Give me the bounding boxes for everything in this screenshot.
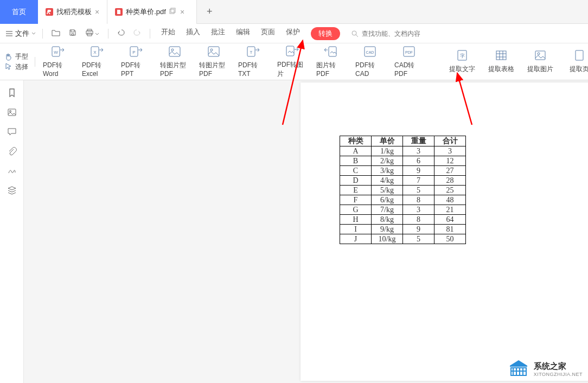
table-cell: 3 [403, 205, 434, 215]
data-table: 种类 单价 重量 合计 A1/kg33B2/kg612C3/kg927D4/kg… [340, 136, 466, 244]
to-image-pdf-button-1[interactable]: 转图片型PDF [160, 45, 189, 79]
signature-icon[interactable] [7, 166, 17, 176]
label: 转图片型PDF [199, 61, 228, 78]
tab-doc-pdf[interactable]: 种类单价.pdf × [107, 0, 197, 24]
table-cell: 9 [403, 225, 434, 234]
search-box[interactable] [351, 30, 427, 37]
left-sidebar [0, 80, 24, 383]
pdf-to-word-button[interactable]: WPDF转Word [43, 45, 72, 79]
watermark-title: 系统之家 [534, 361, 583, 372]
table-cell: 3/kg [372, 166, 403, 176]
divider [108, 29, 108, 39]
tab-doc-templates[interactable]: 找稻壳模板 × [38, 0, 107, 24]
table-cell: E [340, 186, 372, 195]
svg-rect-26 [576, 50, 583, 60]
tab-home[interactable]: 首页 [0, 0, 38, 24]
table-cell: 7/kg [372, 205, 403, 215]
cad-to-pdf-button[interactable]: PDFCAD转PDF [394, 45, 424, 79]
table-cell: 48 [434, 195, 466, 205]
tab-insert[interactable]: 插入 [186, 27, 200, 40]
save-icon[interactable] [67, 28, 79, 39]
pdf-ppt-icon: P [129, 46, 143, 58]
tool-mode-group: 手型 选择 [0, 50, 33, 74]
redo-icon[interactable] [131, 28, 143, 39]
layers-icon[interactable] [7, 186, 17, 195]
search-icon [351, 30, 359, 37]
extract-image-button[interactable]: 提取图片 [526, 45, 555, 79]
table-cell: 8/kg [372, 215, 403, 225]
pdf-to-cad-button[interactable]: CADPDF转CAD [355, 45, 385, 79]
ribbon: 手型 选择 WPDF转Word XPDF转Excel PPDF转PPT 转图片型… [0, 43, 588, 80]
document-area[interactable]: 种类 单价 重量 合计 A1/kg33B2/kg612C3/kg927D4/kg… [24, 80, 588, 383]
label: PDF转Excel [82, 61, 111, 78]
tab-start[interactable]: 开始 [161, 27, 175, 40]
new-tab-button[interactable]: + [197, 0, 222, 24]
table-cell: 5/kg [372, 186, 403, 195]
file-menu-label: 文件 [15, 29, 29, 39]
svg-text:CAD: CAD [366, 50, 374, 54]
pdf-to-image-button[interactable]: PDF转图片 [277, 45, 306, 79]
image-panel-icon[interactable] [7, 107, 17, 117]
select-label: 选择 [15, 62, 28, 72]
tab-convert[interactable]: 转换 [311, 27, 340, 40]
table-cell: 8 [403, 195, 434, 205]
table-cell: B [340, 156, 372, 166]
select-tool[interactable]: 选择 [4, 62, 28, 72]
tab-protect[interactable]: 保护 [286, 27, 300, 40]
label: 提取页 [570, 65, 588, 74]
table-row: I9/kg981 [340, 225, 466, 234]
extract-text-button[interactable]: 字提取文字 [448, 45, 477, 79]
label: PDF转Word [43, 61, 72, 78]
hand-tool[interactable]: 手型 [4, 52, 28, 61]
image-to-pdf-button[interactable]: 图片转PDF [316, 45, 346, 79]
label: PDF转PPT [121, 61, 150, 78]
table-cell: 12 [434, 156, 466, 166]
menu-bar: 文件 开始 插入 批注 编辑 页面 保护 转换 [0, 24, 588, 43]
th: 单价 [372, 136, 403, 146]
table-cell: D [340, 176, 372, 186]
cursor-icon [4, 62, 13, 71]
th: 种类 [340, 136, 372, 146]
cad-pdf-icon: PDF [402, 46, 416, 58]
label: 转图片型PDF [160, 61, 189, 78]
table-cell: 5 [403, 234, 434, 244]
comment-panel-icon[interactable] [7, 127, 17, 137]
close-icon[interactable]: × [95, 8, 99, 16]
table-cell: 50 [434, 234, 466, 244]
extract-table-button[interactable]: 提取表格 [487, 45, 516, 79]
ribbon-buttons: WPDF转Word XPDF转Excel PPDF转PPT 转图片型PDF 转图… [37, 45, 588, 79]
tab-edit[interactable]: 编辑 [236, 27, 250, 40]
close-icon[interactable]: × [180, 8, 184, 16]
svg-rect-11 [208, 47, 219, 56]
attachment-icon[interactable] [7, 146, 17, 156]
svg-text:W: W [54, 50, 58, 55]
label: CAD转PDF [394, 61, 424, 78]
pdf-txt-icon: T [246, 46, 260, 58]
svg-rect-16 [329, 47, 336, 56]
extract-table-icon [494, 49, 508, 61]
pdf-to-txt-button[interactable]: TPDF转TXT [238, 45, 267, 79]
undo-icon[interactable] [115, 28, 127, 39]
divider [35, 57, 35, 67]
print-icon[interactable] [83, 28, 101, 39]
to-image-pdf-button-2[interactable]: 转图片型PDF [199, 45, 228, 79]
tab-page[interactable]: 页面 [261, 27, 275, 40]
search-input[interactable] [362, 30, 427, 37]
pdf-to-excel-button[interactable]: XPDF转Excel [82, 45, 111, 79]
file-menu[interactable]: 文件 [5, 29, 36, 39]
pdf-to-ppt-button[interactable]: PPDF转PPT [121, 45, 150, 79]
svg-rect-1 [171, 8, 175, 12]
pdf-excel-icon: X [90, 46, 104, 58]
open-icon[interactable] [49, 28, 62, 39]
divider [42, 29, 43, 39]
tab-comment[interactable]: 批注 [211, 27, 225, 40]
window-restore-icon[interactable] [169, 8, 176, 16]
extract-page-button[interactable]: 提取页 [565, 45, 588, 79]
img-to-pdf-icon [324, 46, 338, 58]
label: 提取表格 [488, 65, 514, 74]
bookmark-icon[interactable] [7, 88, 17, 98]
table-cell: 2/kg [372, 156, 403, 166]
svg-point-2 [352, 31, 356, 35]
svg-point-12 [210, 49, 213, 51]
hand-icon [4, 52, 13, 61]
